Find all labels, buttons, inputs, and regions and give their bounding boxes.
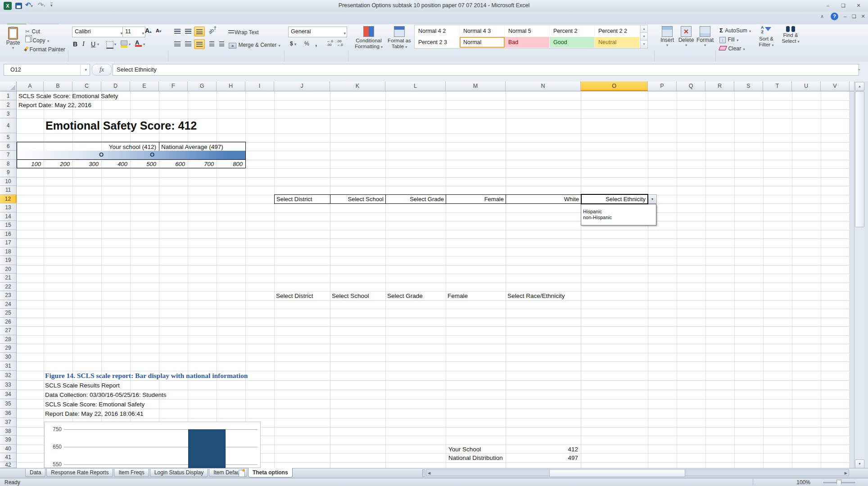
scroll-up-icon[interactable]: ▴ (855, 82, 864, 91)
row-header-24[interactable]: 24 (0, 300, 17, 309)
column-header-v[interactable]: V (821, 81, 850, 91)
row-header-15[interactable]: 15 (0, 221, 17, 230)
align-left-button[interactable] (172, 39, 182, 48)
zoom-slider-handle[interactable] (836, 480, 841, 486)
wrap-text-button[interactable]: Wrap Text (227, 28, 259, 36)
row-header-23[interactable]: 23 (0, 291, 17, 300)
italic-button[interactable]: I (82, 40, 85, 48)
filter2-cell-4[interactable]: Female (448, 292, 468, 300)
expand-formula-bar-icon[interactable]: ⌄ (857, 66, 861, 71)
row-header-18[interactable]: 18 (0, 248, 17, 256)
font-size-select[interactable]: 11▾ (122, 27, 145, 37)
validation-dropdown-button[interactable]: ▾ (648, 194, 657, 204)
find-select-button[interactable]: Find & Select ▾ (779, 25, 802, 45)
column-header-a[interactable]: A (17, 81, 44, 91)
collapse-ribbon-icon[interactable]: ∧ (820, 14, 824, 19)
formula-input[interactable]: Select Ethnicity (113, 64, 859, 76)
dropdown-option-hispanic[interactable]: Hispanic (581, 209, 656, 215)
column-header-d[interactable]: D (101, 81, 130, 91)
cell-a2[interactable]: Report Date: May 22, 2016 (18, 101, 91, 109)
font-family-select[interactable]: Calibri▾ (72, 27, 124, 37)
minimize-icon[interactable]: – (822, 2, 834, 9)
shrink-font-button[interactable]: A▾ (156, 28, 161, 33)
style-normal-4-2[interactable]: Normal 4 2 (415, 26, 460, 36)
orientation-button[interactable]: ab↗ (207, 25, 218, 36)
row-header-35[interactable]: 35 (0, 399, 17, 409)
filter2-cell-5[interactable]: Select Race/Ethnicity (507, 292, 565, 300)
tab-split-handle[interactable] (422, 469, 425, 477)
style-bad[interactable]: Bad (505, 37, 550, 48)
horizontal-scroll-thumb[interactable] (549, 469, 685, 477)
dropdown-option-non-hispanic[interactable]: non-Hispanic (581, 215, 656, 220)
column-header-h[interactable]: H (217, 81, 245, 91)
column-header-n[interactable]: N (506, 81, 581, 91)
copy-button[interactable]: Copy ▾ (25, 36, 49, 44)
bold-button[interactable]: B (73, 40, 77, 48)
column-header-b[interactable]: B (44, 81, 72, 91)
column-header-o[interactable]: O (581, 81, 648, 91)
filter-cell-2[interactable]: Select School (330, 194, 386, 204)
gallery-more-icon[interactable]: ▾ (640, 40, 648, 49)
merge-center-button[interactable]: a Merge & Center ▾ (229, 40, 280, 49)
column-header-g[interactable]: G (188, 81, 217, 91)
embedded-bar-chart[interactable]: 750 650 550 (44, 422, 261, 468)
format-as-table-button[interactable]: Format as Table ▾ (386, 25, 412, 50)
column-header-u[interactable]: U (792, 81, 821, 91)
sort-filter-button[interactable]: AZ Sort & Filter ▾ (755, 25, 778, 48)
paste-button[interactable]: Paste ▾ (5, 26, 22, 54)
row-header-9[interactable]: 9 (0, 168, 17, 177)
delete-cells-button[interactable]: ✕ Delete▾ (677, 26, 695, 47)
row-header-28[interactable]: 28 (0, 335, 17, 344)
restore-icon[interactable]: ❏ (837, 2, 849, 9)
clear-button[interactable]: Clear ▾ (719, 44, 745, 52)
filter-cell-5[interactable]: White (506, 194, 581, 204)
row-header-26[interactable]: 26 (0, 318, 17, 327)
row-header-11[interactable]: 11 (0, 186, 17, 195)
row-header-22[interactable]: 22 (0, 283, 17, 292)
workbook-restore-icon[interactable]: ❏ (850, 13, 858, 20)
gallery-down-icon[interactable]: ▾ (640, 33, 648, 40)
bottom-align-button[interactable] (194, 27, 205, 36)
increase-indent-button[interactable] (217, 39, 226, 48)
column-header-e[interactable]: E (130, 81, 159, 91)
column-header-f[interactable]: F (159, 81, 188, 91)
row-header-21[interactable]: 21 (0, 274, 17, 283)
headline-cell[interactable]: Emotional Safety Score: 412 (45, 119, 197, 133)
row-header-34[interactable]: 34 (0, 390, 17, 399)
zoom-level[interactable]: 100% (791, 479, 810, 486)
row-header-36[interactable]: 36 (0, 409, 17, 418)
row-header-1[interactable]: 1 (0, 91, 17, 100)
column-header-p[interactable]: P (648, 81, 677, 91)
row-header-20[interactable]: 20 (0, 265, 17, 274)
number-format-select[interactable]: General▾ (288, 27, 347, 37)
score-gradient-bar[interactable]: O O (17, 151, 245, 160)
decrease-indent-button[interactable] (207, 39, 217, 48)
underline-button[interactable]: U (91, 40, 95, 48)
filter-cell-6[interactable]: Select Ethnicity (581, 194, 648, 204)
comma-style-button[interactable]: , (315, 40, 317, 47)
vertical-scroll-thumb[interactable] (855, 91, 864, 227)
sheet-tab-item-freqs[interactable]: Item Freqs (114, 469, 149, 477)
style-percent-2-2[interactable]: Percent 2 2 (595, 26, 640, 36)
sheet-tab-theta-options[interactable]: Theta options (248, 468, 293, 477)
decrease-decimal-button[interactable]: .00→.0 (337, 40, 343, 47)
row-header-19[interactable]: 19 (0, 256, 17, 265)
top-align-button[interactable] (172, 27, 182, 36)
workbook-minimize-icon[interactable]: – (841, 13, 849, 20)
row-header-12[interactable]: 12 (0, 195, 17, 204)
workbook-close-icon[interactable]: ✕ (859, 13, 867, 20)
row-header-25[interactable]: 25 (0, 309, 17, 318)
row-header-5[interactable]: 5 (0, 133, 17, 142)
format-cells-button[interactable]: Format▾ (696, 26, 714, 47)
cell-n40[interactable]: 412 (522, 445, 578, 454)
style-normal-5[interactable]: Normal 5 (505, 26, 550, 36)
column-header-l[interactable]: L (385, 81, 446, 91)
borders-dropdown-icon[interactable]: ▾ (114, 42, 116, 46)
row-header-40[interactable]: 40 (0, 445, 17, 454)
column-header-k[interactable]: K (330, 81, 385, 91)
grow-font-button[interactable]: A▴ (145, 27, 151, 34)
row-header-39[interactable]: 39 (0, 436, 17, 445)
percent-style-button[interactable]: % (304, 40, 309, 47)
font-color-dropdown-icon[interactable]: ▾ (143, 42, 145, 46)
gallery-up-icon[interactable]: ▴ (640, 25, 648, 33)
